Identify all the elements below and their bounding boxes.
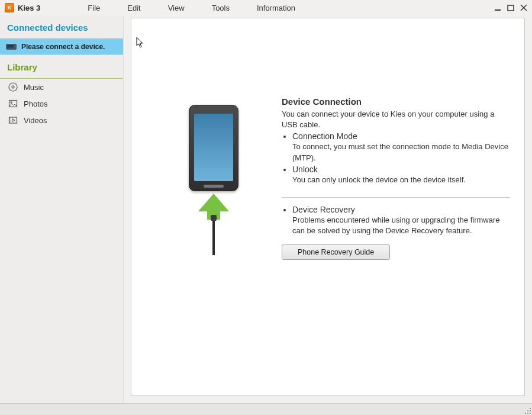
library-item-music[interactable]: Music [0,79,123,95]
divider [282,197,510,198]
device-illustration [146,40,282,381]
app-icon: K [5,3,14,12]
cable-icon [212,220,215,255]
phone-icon [189,105,238,191]
videos-icon [8,115,18,125]
device-mini-icon [6,44,17,50]
unlock-title: Unlock [292,165,318,174]
menu-information[interactable]: Information [257,4,295,12]
device-recovery-title: Device Recovery [292,205,355,214]
library-item-videos[interactable]: Videos [0,112,123,128]
library-item-label: Music [24,83,44,92]
svg-rect-1 [508,5,514,11]
device-connection-heading: Device Connection [282,96,510,107]
menu-edit[interactable]: Edit [127,4,140,12]
library-item-label: Videos [24,116,47,125]
connection-mode-text: To connect, you must set the connection … [292,141,510,163]
titlebar: K Kies 3 File Edit View Tools Informatio… [0,0,532,15]
minimize-icon[interactable] [494,4,501,11]
connected-devices-header: Connected devices [0,15,123,39]
connection-mode-title: Connection Mode [292,131,357,141]
close-icon[interactable] [520,4,527,11]
maximize-icon[interactable] [507,4,514,11]
menu-view[interactable]: View [168,4,185,12]
unlock-text: You can only unlock the device on the de… [292,175,510,185]
svg-rect-7 [9,101,17,107]
intro-text: You can connect your device to Kies on y… [282,109,510,130]
library-item-label: Photos [24,99,47,108]
sidebar: Connected devices Please connect a devic… [0,15,124,403]
svg-point-8 [11,102,12,104]
device-recovery-text: Problems encountered while using or upgr… [292,215,510,236]
phone-recovery-guide-button[interactable]: Phone Recovery Guide [282,245,390,260]
menubar: File Edit View Tools Information [88,4,295,12]
music-icon [8,82,18,92]
info-section: Device Connection You can connect your d… [282,40,510,381]
menu-tools[interactable]: Tools [212,4,230,12]
window-controls [494,4,527,11]
library-header: Library [0,55,123,79]
connect-device-row[interactable]: Please connect a device. [0,39,123,55]
library-item-photos[interactable]: Photos [0,95,123,112]
svg-point-6 [12,86,14,88]
content-panel: Device Connection You can connect your d… [131,18,525,396]
statusbar [0,403,532,415]
app-title: Kies 3 [18,4,40,12]
photos-icon [8,99,18,108]
menu-file[interactable]: File [88,4,100,12]
arrow-up-icon [198,194,229,211]
resize-grip[interactable] [524,407,531,414]
connect-prompt-text: Please connect a device. [21,43,105,51]
